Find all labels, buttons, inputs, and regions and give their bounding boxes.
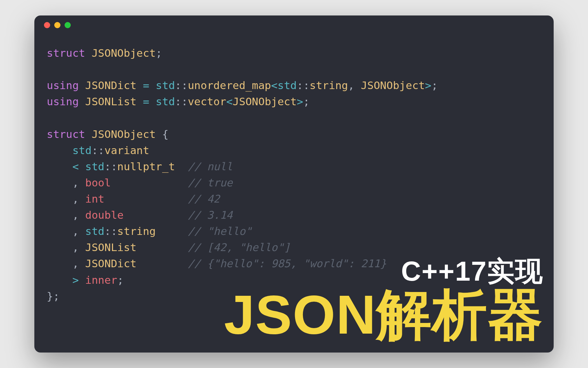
- code-token: ,: [72, 193, 79, 205]
- code-token: [47, 257, 72, 270]
- code-line: , std::string // "hello": [47, 223, 541, 239]
- code-token: >: [297, 95, 303, 108]
- code-editor: struct JSONObject; using JSONDict = std:…: [34, 35, 554, 317]
- code-token: inner: [85, 274, 117, 286]
- code-token: // 42: [188, 193, 220, 205]
- code-token: ::: [175, 95, 188, 108]
- code-token: [85, 128, 92, 140]
- code-token: [111, 176, 188, 189]
- code-token: string: [117, 225, 156, 237]
- code-token: [79, 95, 85, 108]
- code-token: [149, 79, 156, 91]
- code-token: [79, 209, 85, 221]
- code-token: [47, 209, 72, 221]
- code-token: struct: [47, 128, 85, 140]
- code-token: <: [271, 79, 278, 91]
- code-token: ::: [104, 160, 117, 173]
- code-token: [79, 257, 85, 270]
- code-token: JSONObject: [92, 47, 156, 59]
- maximize-icon[interactable]: [65, 22, 71, 28]
- code-token: [79, 79, 85, 91]
- code-token: [104, 193, 188, 205]
- code-token: ;: [303, 95, 310, 108]
- code-token: ::: [175, 79, 188, 91]
- code-token: // true: [188, 176, 233, 189]
- code-token: string: [309, 79, 348, 91]
- code-token: JSONList: [85, 241, 136, 253]
- code-token: ,: [72, 241, 79, 253]
- code-token: [47, 160, 72, 173]
- code-token: // 3.14: [188, 209, 233, 221]
- code-token: [79, 160, 85, 173]
- code-token: JSONList: [85, 95, 136, 108]
- code-token: [79, 274, 85, 286]
- code-token: {: [156, 128, 168, 140]
- code-line: struct JSONObject;: [47, 45, 541, 61]
- code-token: [47, 193, 72, 205]
- code-token: >: [425, 79, 431, 91]
- code-token: // [42, "hello"]: [188, 241, 291, 253]
- minimize-icon[interactable]: [54, 22, 60, 28]
- code-token: JSONObject: [92, 128, 156, 140]
- code-line: std::variant: [47, 142, 541, 159]
- code-token: ;: [117, 274, 124, 286]
- code-token: nullptr_t: [117, 160, 175, 173]
- code-token: [175, 160, 188, 173]
- code-token: using: [47, 95, 79, 108]
- code-line: , double // 3.14: [47, 207, 541, 223]
- code-token: ,: [72, 225, 79, 237]
- code-line: };: [47, 288, 541, 304]
- code-token: std: [156, 95, 175, 108]
- code-line: , bool // true: [47, 175, 541, 191]
- code-line: , JSONList // [42, "hello"]: [47, 239, 541, 256]
- code-token: [136, 79, 143, 91]
- code-token: };: [47, 290, 59, 302]
- code-token: [79, 193, 85, 205]
- code-token: [47, 176, 72, 189]
- code-token: [47, 274, 72, 286]
- code-token: double: [85, 209, 124, 221]
- code-token: <: [226, 95, 233, 108]
- code-token: [156, 225, 188, 237]
- code-token: ;: [431, 79, 438, 91]
- code-line: < std::nullptr_t // null: [47, 159, 541, 175]
- code-token: // {"hello": 985, "world": 211}: [188, 257, 387, 270]
- code-token: [149, 95, 156, 108]
- code-token: =: [143, 95, 149, 108]
- code-token: std: [72, 144, 92, 156]
- code-token: ::: [92, 144, 104, 156]
- code-token: ,: [72, 176, 79, 189]
- code-line: using JSONDict = std::unordered_map<std:…: [47, 77, 541, 94]
- code-token: ,: [348, 79, 361, 91]
- code-line: struct JSONObject {: [47, 126, 541, 142]
- code-token: [136, 95, 143, 108]
- code-token: ,: [72, 257, 79, 270]
- code-token: [47, 225, 72, 237]
- code-token: JSONObject: [361, 79, 425, 91]
- code-token: [47, 241, 72, 253]
- code-token: [124, 209, 188, 221]
- close-icon[interactable]: [44, 22, 50, 28]
- window-titlebar: [34, 15, 554, 35]
- code-token: <: [72, 160, 79, 173]
- code-token: struct: [47, 47, 85, 59]
- code-token: [136, 241, 188, 253]
- code-token: std: [85, 160, 104, 173]
- code-token: >: [72, 274, 79, 286]
- code-token: bool: [85, 176, 111, 189]
- code-line: , JSONDict // {"hello": 985, "world": 21…: [47, 256, 541, 272]
- code-token: [79, 241, 85, 253]
- code-token: // "hello": [188, 225, 252, 237]
- code-token: JSONDict: [85, 257, 136, 270]
- code-token: ;: [156, 47, 162, 59]
- code-token: vector: [188, 95, 226, 108]
- code-token: // null: [188, 160, 233, 173]
- code-line: > inner;: [47, 272, 541, 288]
- code-token: JSONObject: [233, 95, 297, 108]
- code-token: std: [85, 225, 104, 237]
- code-window: struct JSONObject; using JSONDict = std:…: [34, 15, 554, 353]
- code-line: , int // 42: [47, 191, 541, 207]
- code-token: [136, 257, 188, 270]
- code-token: std: [156, 79, 175, 91]
- code-token: unordered_map: [188, 79, 271, 91]
